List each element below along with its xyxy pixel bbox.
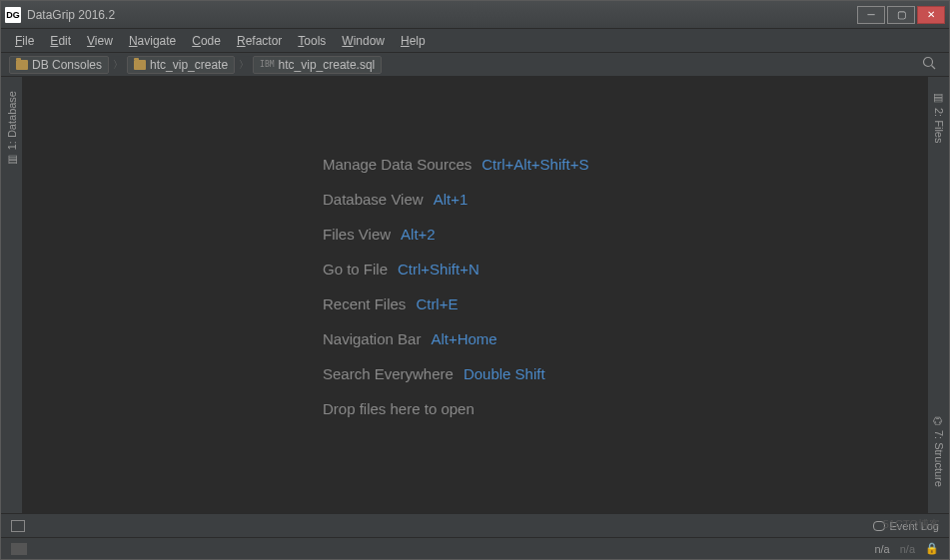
- breadcrumb-sql-file[interactable]: IBM htc_vip_create.sql: [253, 56, 382, 74]
- hint-shortcut: Alt+Home: [431, 330, 496, 347]
- hint-shortcut: Double Shift: [464, 365, 545, 382]
- close-button[interactable]: ✕: [917, 6, 945, 24]
- lock-icon[interactable]: 🔒: [925, 542, 939, 555]
- minimize-button[interactable]: ─: [857, 6, 885, 24]
- hint-drop-files: Drop files here to open: [323, 400, 927, 417]
- structure-icon: ⌬: [932, 416, 945, 426]
- right-tool-gutter: ▤ 2: Files ⌬ 7: Structure: [927, 77, 949, 513]
- breadcrumb-db-consoles[interactable]: DB Consoles: [9, 56, 109, 74]
- hint-shortcut: Ctrl+E: [416, 295, 458, 312]
- window-title: DataGrip 2016.2: [27, 8, 857, 22]
- tab-label: 1: Database: [6, 91, 18, 150]
- status-info: n/a: [874, 543, 889, 555]
- hint-label: Go to File: [323, 261, 388, 278]
- hint-label: Manage Data Sources: [323, 156, 472, 173]
- window-controls: ─ ▢ ✕: [857, 6, 945, 24]
- folder-icon: [134, 60, 146, 70]
- svg-line-1: [932, 65, 936, 69]
- files-icon: ▤: [932, 91, 945, 104]
- hint-navigation-bar[interactable]: Navigation Bar Alt+Home: [323, 330, 927, 347]
- hint-go-to-file[interactable]: Go to File Ctrl+Shift+N: [323, 261, 927, 278]
- hint-shortcut: Ctrl+Alt+Shift+S: [481, 156, 588, 173]
- hint-label: Files View: [323, 226, 391, 243]
- search-icon[interactable]: [922, 56, 937, 74]
- hint-search-everywhere[interactable]: Search Everywhere Double Shift: [323, 365, 927, 382]
- hint-manage-data-sources[interactable]: Manage Data Sources Ctrl+Alt+Shift+S: [323, 156, 927, 173]
- hint-label: Search Everywhere: [323, 365, 454, 382]
- tab-structure[interactable]: ⌬ 7: Structure: [930, 410, 947, 493]
- hint-files-view[interactable]: Files View Alt+2: [323, 226, 927, 243]
- database-icon: ▤: [5, 154, 18, 167]
- menu-navigate[interactable]: Navigate: [123, 32, 182, 50]
- app-window: DG DataGrip 2016.2 ─ ▢ ✕ File Edit View …: [0, 0, 950, 560]
- tab-files[interactable]: ▤ 2: Files: [930, 85, 947, 149]
- menu-edit[interactable]: Edit: [44, 32, 77, 50]
- menu-help[interactable]: Help: [395, 32, 432, 50]
- menu-file[interactable]: File: [9, 32, 40, 50]
- editor-empty-state[interactable]: Manage Data Sources Ctrl+Alt+Shift+S Dat…: [23, 77, 927, 513]
- breadcrumb-label: DB Consoles: [32, 58, 102, 72]
- breadcrumb-label: htc_vip_create: [150, 58, 228, 72]
- hint-shortcut: Alt+2: [401, 226, 436, 243]
- breadcrumb-separator-icon: 〉: [239, 58, 249, 72]
- statusbar-lower: n/a n/a 🔒: [1, 537, 949, 559]
- tab-database[interactable]: ▤ 1: Database: [3, 85, 20, 173]
- navigation-bar: DB Consoles 〉 htc_vip_create 〉 IBM htc_v…: [1, 53, 949, 77]
- svg-point-0: [924, 57, 933, 66]
- hint-shortcut: Alt+1: [434, 191, 469, 208]
- breadcrumb-htc-vip-create[interactable]: htc_vip_create: [127, 56, 235, 74]
- left-tool-gutter: ▤ 1: Database: [1, 77, 23, 513]
- menu-view[interactable]: View: [81, 32, 119, 50]
- content-area: ▤ 1: Database Manage Data Sources Ctrl+A…: [1, 77, 949, 513]
- status-extra: n/a: [900, 543, 915, 555]
- menu-code[interactable]: Code: [186, 32, 227, 50]
- hint-label: Navigation Bar: [323, 330, 421, 347]
- statusbar: Event Log: [1, 513, 949, 537]
- tab-label: 7: Structure: [933, 430, 945, 487]
- folder-icon: [16, 60, 28, 70]
- menubar: File Edit View Navigate Code Refactor To…: [1, 29, 949, 53]
- titlebar: DG DataGrip 2016.2 ─ ▢ ✕: [1, 1, 949, 29]
- menu-tools[interactable]: Tools: [292, 32, 332, 50]
- menu-window[interactable]: Window: [336, 32, 391, 50]
- tool-windows-toggle-icon[interactable]: [11, 520, 25, 532]
- hint-label: Recent Files: [323, 295, 406, 312]
- maximize-button[interactable]: ▢: [887, 6, 915, 24]
- menu-refactor[interactable]: Refactor: [231, 32, 288, 50]
- sql-file-icon: IBM: [260, 60, 274, 69]
- panel-icon[interactable]: [11, 543, 27, 555]
- hint-recent-files[interactable]: Recent Files Ctrl+E: [323, 295, 927, 312]
- hint-database-view[interactable]: Database View Alt+1: [323, 191, 927, 208]
- breadcrumb-separator-icon: 〉: [113, 58, 123, 72]
- tab-label: 2: Files: [933, 108, 945, 143]
- watermark: 51CTO博客: [883, 517, 940, 532]
- hint-label: Database View: [323, 191, 424, 208]
- app-icon: DG: [5, 7, 21, 23]
- breadcrumb-label: htc_vip_create.sql: [279, 58, 376, 72]
- hint-shortcut: Ctrl+Shift+N: [398, 261, 479, 278]
- hint-label: Drop files here to open: [323, 400, 475, 417]
